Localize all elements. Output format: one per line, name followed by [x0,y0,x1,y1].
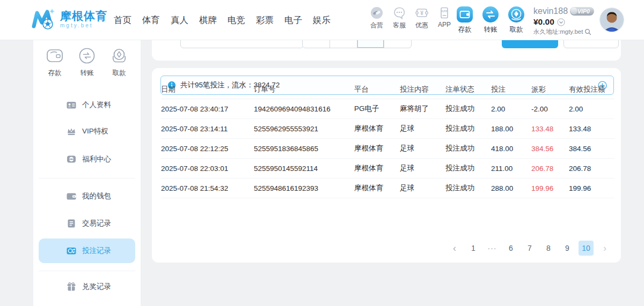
cell-valid-stake: 2.00 [569,105,614,113]
brand-domain: mgty.bet [60,23,107,29]
svg-text:APP: APP [441,10,448,13]
nav-item-sports[interactable]: 体育 [142,14,160,26]
nav-item-live[interactable]: 真人 [171,14,188,26]
promo-button[interactable]: ¥ 优惠 [413,6,430,30]
id-card-icon [66,100,77,110]
quick-label: 取款 [510,25,523,34]
mobile-app-icon: APP [437,6,451,20]
coupon-yen-icon: ¥ [415,6,429,20]
avatar[interactable] [600,8,624,32]
cell-bet-content: 足球 [400,163,445,173]
cell-status: 投注成功 [445,104,491,114]
nav-item-lottery[interactable]: 彩票 [256,14,274,26]
brand-logo[interactable]: 摩根体育 mgty.bet [30,7,107,32]
support-button[interactable]: 客服 [391,6,408,30]
filter-form-card [152,40,621,61]
pagination-page-7[interactable]: 7 [522,241,537,256]
cell-platform: 摩根体育 [354,144,400,153]
sidebar-item-label: 个人资料 [82,100,111,110]
sidebar-item-bet-records[interactable]: 投注记录 [39,238,135,263]
range-segment-4[interactable] [384,40,411,48]
cell-status: 投注成功 [445,144,491,153]
sidebar-item-label: 投注记录 [82,246,111,256]
cell-payout: 384.56 [531,145,569,153]
tool-label: 优惠 [415,21,428,30]
cell-stake: 211.00 [491,165,531,173]
table-row: 2025-07-08 22:03:01 5255950145592114 摩根体… [161,159,614,178]
cell-payout: -2.00 [531,105,569,113]
withdraw-button[interactable]: 取款 [507,5,526,34]
permanent-address: 永久地址:mgty.bet [533,28,583,36]
transaction-record-icon [66,218,77,229]
pagination-next[interactable]: › [597,241,612,256]
tool-label: 客服 [393,21,406,30]
nav-item-slots[interactable]: 电子 [284,14,302,26]
header-tools: 合营 客服 ¥ [368,6,453,30]
chevron-down-icon[interactable] [557,18,565,26]
cell-status: 投注成功 [445,163,491,173]
pagination-page-8[interactable]: 8 [541,241,556,256]
pagination-page-1[interactable]: 1 [466,241,481,256]
search-icon[interactable] [584,28,591,35]
nav-item-esports[interactable]: 电竞 [228,14,245,26]
sidebar-item-wallet[interactable]: 我的钱包 [39,184,135,208]
sidebar-item-vip[interactable]: VIP特权 [39,119,135,144]
pagination-prev[interactable]: ‹ [447,241,462,256]
sidebar-item-welfare[interactable]: 福利中心 [39,147,135,171]
quick-range-group [302,40,412,48]
pagination-ellipsis[interactable]: ··· [485,241,500,256]
range-segment-3-selected[interactable] [357,40,384,48]
cell-date: 2025-07-08 22:03:01 [161,165,254,173]
cell-payout: 133.48 [531,125,569,133]
crown-icon [66,126,77,137]
cell-date: 2025-07-08 22:12:25 [161,145,254,153]
sidebar-item-redeem[interactable]: 兑奖记录 [39,274,135,299]
cell-platform: 摩根体育 [354,183,400,193]
sidebar-withdraw-shortcut[interactable]: 取款 [105,46,133,78]
pagination-page-10-active[interactable]: 10 [579,241,594,256]
search-button[interactable] [502,40,558,48]
transfer-outline-icon [77,46,97,66]
sidebar-item-transactions[interactable]: 交易记录 [39,211,135,236]
sidebar-transfer-shortcut[interactable]: 转账 [73,46,101,78]
quick-label: 存款 [458,25,472,34]
tool-label: APP [438,21,451,28]
col-payout: 派彩 [531,85,569,94]
partner-button[interactable]: 合营 [368,6,385,30]
nav-item-home[interactable]: 首页 [114,14,131,26]
cell-status: 投注成功 [445,124,491,133]
date-range-input[interactable] [180,40,304,48]
pagination-page-9[interactable]: 9 [560,241,575,256]
transfer-button[interactable]: 转账 [481,5,500,34]
username[interactable]: kevin188 [533,6,568,16]
nav-item-entertainment[interactable]: 娱乐 [313,14,331,26]
deposit-outline-icon [45,46,65,66]
sidebar-deposit-shortcut[interactable]: 存款 [41,46,69,78]
nav-item-cards[interactable]: 棋牌 [199,14,217,26]
welfare-center-icon [66,154,77,165]
cell-valid-stake: 384.56 [569,145,614,153]
sidebar-item-label: 我的钱包 [82,191,111,201]
table-body: 2025-07-08 23:40:17 1942609694094831616 … [152,99,621,198]
handshake-icon [370,6,384,20]
brand-name: 摩根体育 [60,10,107,23]
range-segment-2[interactable] [330,40,357,48]
sidebar-item-label: 交易记录 [82,219,111,228]
pagination-page-6[interactable]: 6 [503,241,518,256]
deposit-button[interactable]: 存款 [455,5,474,34]
app-download-button[interactable]: APP APP [436,6,453,30]
balance-row[interactable]: ¥0.00 [533,17,598,27]
sidebar-item-profile[interactable]: 个人资料 [39,93,135,117]
cell-valid-stake: 206.78 [569,165,614,173]
tool-label: 合营 [370,21,383,30]
withdraw-outline-icon [109,46,129,66]
col-bet-content: 投注内容 [400,85,445,94]
cell-stake: 2.00 [491,105,531,113]
quick-actions: 存款 转账 [455,5,526,34]
table-row: 2025-07-08 23:14:11 5255962955553921 摩根体… [161,119,614,139]
cell-order-no: 5255950145592114 [254,165,354,173]
withdraw-gem-icon [507,5,525,24]
sidebar-item-label: 福利中心 [82,154,111,164]
range-segment-1[interactable] [303,40,330,48]
reset-button[interactable] [564,40,619,48]
